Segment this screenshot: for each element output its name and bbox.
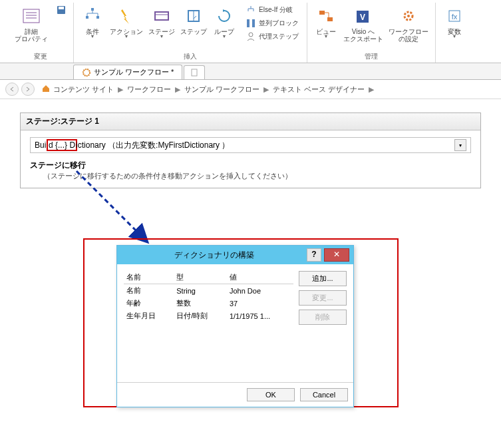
- condition-button[interactable]: 条件 ▼: [78, 4, 107, 51]
- blank-tab[interactable]: [184, 65, 205, 79]
- chevron-right-icon: ▶: [263, 85, 269, 94]
- svg-point-23: [83, 69, 90, 76]
- ribbon: 詳細 プロパティ 変更 条件 ▼ アクション ▼ ステ: [0, 0, 501, 63]
- ribbon-group-vars: fx 変数 ▼: [436, 3, 473, 63]
- step-icon: [183, 5, 204, 27]
- ribbon-group-insert-label: 挿入: [184, 52, 197, 61]
- ribbon-group-insert: 条件 ▼ アクション ▼ ステージ ▼ ステップ ループ ▼: [74, 3, 307, 63]
- add-button[interactable]: 追加...: [299, 271, 347, 286]
- parallel-label: 並列ブロック: [259, 19, 299, 28]
- caret-icon: ▼: [222, 34, 227, 39]
- proxy-icon: [246, 31, 256, 42]
- svg-rect-12: [247, 19, 250, 27]
- proxy-label: 代理ステップ: [259, 32, 299, 41]
- table-row[interactable]: 名前StringJohn Doe: [124, 284, 293, 298]
- transition-hint: （ステージに移行するための条件付き移動アクションを挿入してください）: [43, 171, 471, 181]
- caret-icon: ▼: [324, 34, 329, 39]
- action-dropdown[interactable]: ▾: [454, 139, 466, 151]
- view-button[interactable]: ビュー ▼: [311, 4, 341, 51]
- svg-rect-24: [192, 69, 197, 76]
- stage-box: ステージ:ステージ 1 Build {...} Dictionary （出力先変…: [20, 112, 481, 188]
- chevron-right-icon: ▶: [175, 85, 180, 94]
- svg-rect-9: [155, 12, 168, 20]
- table-row[interactable]: 年齢整数37: [124, 297, 293, 310]
- document-icon: [190, 68, 199, 77]
- workflow-settings-button[interactable]: ワークフロー の設定: [386, 4, 431, 51]
- breadcrumb-item[interactable]: テキスト ベース デザイナー: [273, 85, 365, 95]
- workflow-tab-label: サンプル ワークフロー *: [94, 67, 174, 77]
- svg-rect-6: [91, 8, 94, 11]
- svg-point-14: [249, 33, 253, 37]
- transition-label: ステージに移行: [30, 160, 471, 171]
- dialog-close-button[interactable]: ✕: [324, 248, 349, 262]
- visio-icon: V: [353, 5, 374, 27]
- breadcrumb-item[interactable]: サンプル ワークフロー: [184, 85, 259, 95]
- dictionary-table[interactable]: 名前 型 値 名前StringJohn Doe 年齢整数37 生年月日日付/時刻…: [124, 271, 293, 375]
- nav-forward-button[interactable]: [21, 83, 35, 96]
- col-type: 型: [174, 271, 227, 284]
- elseif-icon: [246, 5, 256, 15]
- svg-rect-15: [319, 11, 325, 15]
- ribbon-group-manage: ビュー ▼ V Visio へ エクスポート ワークフロー の設定 管理: [307, 3, 436, 63]
- svg-rect-16: [327, 17, 333, 21]
- svg-rect-7: [86, 16, 88, 19]
- visio-label: Visio へ エクスポート: [343, 28, 383, 43]
- svg-rect-5: [59, 7, 64, 9]
- stage-button[interactable]: ステージ ▼: [146, 4, 178, 51]
- cancel-button[interactable]: Cancel: [300, 388, 348, 401]
- elseif-label: Else-If 分岐: [259, 5, 293, 15]
- ribbon-group-change: 詳細 プロパティ 変更: [8, 3, 74, 63]
- dictionary-link[interactable]: d {...} D: [48, 140, 76, 150]
- breadcrumb-item[interactable]: ワークフロー: [127, 85, 171, 95]
- ok-button[interactable]: OK: [247, 388, 295, 401]
- build-dictionary-action[interactable]: Build {...} Dictionary （出力先変数:MyFirstDic…: [30, 137, 471, 153]
- breadcrumb-item[interactable]: コンテンツ サイト: [53, 85, 114, 95]
- parallel-icon: [246, 18, 256, 29]
- step-button[interactable]: ステップ: [178, 4, 210, 51]
- loop-icon: [214, 5, 235, 27]
- designer-canvas: ステージ:ステージ 1 Build {...} Dictionary （出力先変…: [0, 99, 501, 202]
- svg-rect-13: [252, 19, 255, 27]
- workflow-tab[interactable]: サンプル ワークフロー *: [73, 65, 182, 79]
- home-icon: [41, 84, 51, 95]
- gear-icon: [398, 5, 419, 27]
- step-label: ステップ: [180, 28, 207, 35]
- action-text-pre: Buil: [35, 140, 48, 150]
- loop-button[interactable]: ループ ▼: [210, 4, 239, 51]
- dialog-help-button[interactable]: ?: [307, 248, 321, 262]
- svg-text:V: V: [360, 13, 365, 22]
- build-dictionary-dialog: ディクショナリの構築 ? ✕ 名前 型 値 名前StringJohn Doe 年…: [116, 245, 354, 407]
- visio-export-button[interactable]: V Visio へ エクスポート: [341, 4, 386, 51]
- action-icon: [116, 5, 137, 27]
- detail-properties-label: 詳細 プロパティ: [15, 28, 48, 43]
- col-name: 名前: [124, 271, 174, 284]
- edit-button[interactable]: 変更...: [299, 290, 347, 306]
- delete-button[interactable]: 削除: [299, 310, 347, 325]
- tab-bar: サンプル ワークフロー *: [0, 63, 501, 80]
- elseif-button[interactable]: Else-If 分岐: [243, 4, 303, 16]
- action-text-post: ictionary （出力先変数:MyFirstDictionary ）: [76, 140, 230, 151]
- wf-settings-label: ワークフロー の設定: [389, 28, 428, 43]
- detail-properties-button[interactable]: 詳細 プロパティ: [12, 4, 51, 51]
- nav-back-button[interactable]: [5, 83, 19, 96]
- svg-text:fx: fx: [452, 13, 458, 21]
- stage-title: ステージ:ステージ 1: [21, 113, 480, 130]
- variables-icon: fx: [444, 5, 465, 27]
- caret-icon: ▼: [90, 34, 95, 39]
- dialog-title: ディクショナリの構築: [121, 250, 307, 261]
- action-button[interactable]: アクション ▼: [107, 4, 146, 51]
- proxy-step-button[interactable]: 代理ステップ: [243, 31, 303, 43]
- save-button[interactable]: [53, 4, 69, 16]
- chevron-right-icon: ▶: [369, 85, 374, 94]
- caret-icon: ▼: [124, 34, 129, 39]
- col-value: 値: [227, 271, 293, 284]
- variables-button[interactable]: fx 変数 ▼: [440, 4, 469, 53]
- workflow-tab-icon: [82, 68, 91, 77]
- caret-icon: ▼: [452, 34, 457, 39]
- chevron-right-icon: ▶: [118, 85, 123, 94]
- parallel-button[interactable]: 並列ブロック: [243, 17, 303, 29]
- table-row[interactable]: 生年月日日付/時刻1/1/1975 1...: [124, 310, 293, 322]
- stage-icon: [151, 5, 172, 27]
- dialog-titlebar[interactable]: ディクショナリの構築 ? ✕: [117, 246, 353, 264]
- save-icon: [56, 5, 67, 15]
